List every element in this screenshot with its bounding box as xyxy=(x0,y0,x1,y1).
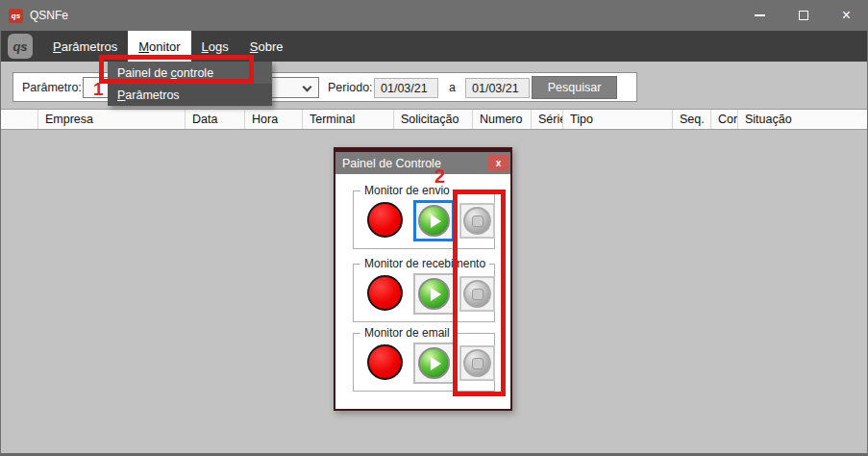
column-header-empresa[interactable]: Empresa xyxy=(38,110,186,129)
column-header-serie[interactable]: Série xyxy=(532,110,563,129)
column-header-numero[interactable]: Numero xyxy=(473,110,532,129)
annotation-box-step1 xyxy=(99,55,254,84)
app-icon: qs xyxy=(9,9,23,23)
dialog-titlebar[interactable]: Painel de Controle x xyxy=(335,152,510,174)
annotation-number-1: 1 xyxy=(93,79,104,100)
dialog-close-icon: x xyxy=(496,158,502,168)
date-conjunction-label: a xyxy=(449,81,456,94)
play-icon xyxy=(418,205,450,237)
window-controls: × xyxy=(738,0,868,31)
column-header-hora[interactable]: Hora xyxy=(245,110,303,129)
group-label: Monitor de email xyxy=(360,326,454,340)
column-header-blank[interactable] xyxy=(0,110,38,129)
maximize-icon xyxy=(799,11,808,20)
column-header-seq[interactable]: Seq. xyxy=(673,110,711,129)
status-indicator-red xyxy=(367,202,403,238)
play-icon xyxy=(418,278,450,310)
dialog-title: Painel de Controle xyxy=(342,157,441,170)
grid-header: Empresa Data Hora Terminal Solicitação N… xyxy=(0,109,868,130)
window-title: QSNFe xyxy=(30,9,68,22)
status-indicator-red xyxy=(367,275,403,311)
minimize-icon xyxy=(755,14,765,16)
column-header-terminal[interactable]: Terminal xyxy=(303,110,394,129)
start-button[interactable] xyxy=(413,342,455,384)
start-button[interactable] xyxy=(413,273,455,315)
date-to-field[interactable]: 01/03/21 xyxy=(465,78,530,98)
annotation-box-step2 xyxy=(453,190,506,396)
column-header-tipo[interactable]: Tipo xyxy=(563,110,673,129)
app-window: qs QSNFe × qs Parâmetros Monitor Logs So… xyxy=(0,0,868,456)
column-header-situacao[interactable]: Situação xyxy=(738,110,868,129)
parameter-label: Parâmetro: xyxy=(22,81,82,94)
maximize-button[interactable] xyxy=(781,0,825,31)
column-header-data[interactable]: Data xyxy=(186,110,245,129)
date-from-field[interactable]: 01/03/21 xyxy=(374,78,438,98)
period-label: Periodo: xyxy=(328,81,373,94)
titlebar: qs QSNFe × xyxy=(0,0,868,31)
column-header-solicitacao[interactable]: Solicitação xyxy=(394,110,473,129)
minimize-button[interactable] xyxy=(738,0,781,31)
annotation-number-2: 2 xyxy=(434,165,445,188)
search-button[interactable]: Pesquisar xyxy=(532,76,617,99)
start-button[interactable] xyxy=(413,200,455,241)
app-logo-icon: qs xyxy=(8,34,33,59)
play-icon xyxy=(418,347,450,379)
status-indicator-red xyxy=(367,344,403,380)
close-button[interactable]: × xyxy=(825,0,868,31)
close-icon: × xyxy=(842,7,851,24)
dialog-close-button[interactable]: x xyxy=(488,155,508,171)
menu-item-parametros[interactable]: Parâmetros xyxy=(108,84,272,106)
chevron-down-icon xyxy=(303,83,312,92)
column-header-cor[interactable]: Cor xyxy=(711,110,738,129)
